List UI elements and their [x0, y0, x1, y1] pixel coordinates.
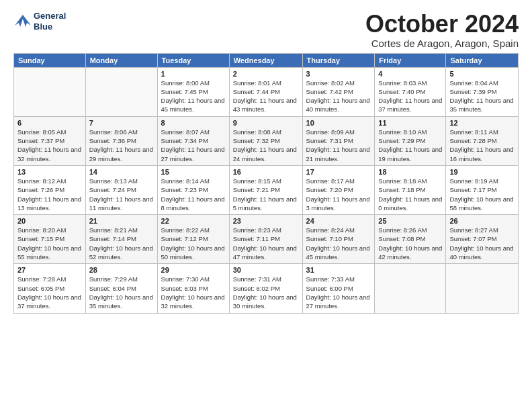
day-number: 1 [161, 70, 226, 78]
calendar-cell: 8Sunrise: 8:07 AM Sunset: 7:34 PM Daylig… [157, 116, 229, 165]
day-info: Sunrise: 8:12 AM Sunset: 7:26 PM Dayligh… [17, 177, 82, 212]
day-info: Sunrise: 8:04 AM Sunset: 7:39 PM Dayligh… [449, 79, 515, 114]
day-info: Sunrise: 8:00 AM Sunset: 7:45 PM Dayligh… [161, 79, 226, 114]
day-info: Sunrise: 8:22 AM Sunset: 7:12 PM Dayligh… [161, 226, 226, 261]
day-number: 24 [306, 217, 371, 225]
day-number: 12 [449, 119, 515, 127]
calendar-cell: 30Sunrise: 7:31 AM Sunset: 6:02 PM Dayli… [229, 264, 302, 313]
calendar-day-header: Saturday [446, 53, 519, 67]
day-info: Sunrise: 8:23 AM Sunset: 7:11 PM Dayligh… [233, 226, 299, 261]
day-info: Sunrise: 8:17 AM Sunset: 7:20 PM Dayligh… [306, 177, 371, 212]
calendar-cell: 17Sunrise: 8:17 AM Sunset: 7:20 PM Dayli… [302, 165, 375, 214]
day-number: 21 [89, 217, 154, 225]
calendar-cell: 15Sunrise: 8:14 AM Sunset: 7:23 PM Dayli… [157, 165, 229, 214]
day-number: 2 [233, 70, 299, 78]
calendar-cell: 18Sunrise: 8:18 AM Sunset: 7:18 PM Dayli… [375, 165, 446, 214]
day-number: 17 [306, 168, 371, 176]
logo: General Blue [13, 11, 66, 32]
day-number: 13 [17, 168, 82, 176]
page: General Blue October 2024 Cortes de Arag… [0, 0, 532, 411]
calendar-week-row: 1Sunrise: 8:00 AM Sunset: 7:45 PM Daylig… [14, 67, 519, 116]
day-info: Sunrise: 8:19 AM Sunset: 7:17 PM Dayligh… [449, 177, 515, 212]
calendar-cell: 5Sunrise: 8:04 AM Sunset: 7:39 PM Daylig… [446, 67, 519, 116]
day-number: 25 [378, 217, 442, 225]
calendar-cell: 19Sunrise: 8:19 AM Sunset: 7:17 PM Dayli… [446, 165, 519, 214]
day-info: Sunrise: 7:31 AM Sunset: 6:02 PM Dayligh… [233, 275, 299, 310]
calendar-cell [14, 67, 86, 116]
day-info: Sunrise: 8:13 AM Sunset: 7:24 PM Dayligh… [89, 177, 154, 212]
calendar-cell: 14Sunrise: 8:13 AM Sunset: 7:24 PM Dayli… [85, 165, 157, 214]
calendar-header-row: SundayMondayTuesdayWednesdayThursdayFrid… [14, 53, 519, 67]
day-number: 19 [449, 168, 515, 176]
day-info: Sunrise: 8:15 AM Sunset: 7:21 PM Dayligh… [233, 177, 299, 212]
calendar-cell: 27Sunrise: 7:28 AM Sunset: 6:05 PM Dayli… [14, 264, 86, 313]
day-number: 16 [233, 168, 299, 176]
day-info: Sunrise: 8:07 AM Sunset: 7:34 PM Dayligh… [161, 128, 226, 163]
day-info: Sunrise: 8:24 AM Sunset: 7:10 PM Dayligh… [306, 226, 371, 261]
calendar-cell: 13Sunrise: 8:12 AM Sunset: 7:26 PM Dayli… [14, 165, 86, 214]
calendar-cell: 11Sunrise: 8:10 AM Sunset: 7:29 PM Dayli… [375, 116, 446, 165]
calendar-week-row: 6Sunrise: 8:05 AM Sunset: 7:37 PM Daylig… [14, 116, 519, 165]
calendar-cell: 12Sunrise: 8:11 AM Sunset: 7:28 PM Dayli… [446, 116, 519, 165]
day-info: Sunrise: 8:20 AM Sunset: 7:15 PM Dayligh… [17, 226, 82, 261]
day-number: 26 [449, 217, 515, 225]
day-number: 29 [161, 266, 226, 274]
title-block: October 2024 Cortes de Aragon, Aragon, S… [365, 11, 519, 49]
day-number: 3 [306, 70, 371, 78]
day-number: 15 [161, 168, 226, 176]
calendar-cell: 26Sunrise: 8:27 AM Sunset: 7:07 PM Dayli… [446, 215, 519, 264]
header: General Blue October 2024 Cortes de Arag… [13, 11, 519, 49]
day-number: 8 [161, 119, 226, 127]
day-info: Sunrise: 8:11 AM Sunset: 7:28 PM Dayligh… [449, 128, 515, 163]
day-number: 27 [17, 266, 82, 274]
calendar-week-row: 20Sunrise: 8:20 AM Sunset: 7:15 PM Dayli… [14, 215, 519, 264]
day-info: Sunrise: 7:30 AM Sunset: 6:03 PM Dayligh… [161, 275, 226, 310]
day-number: 14 [89, 168, 154, 176]
day-number: 6 [17, 119, 82, 127]
calendar-day-header: Friday [375, 53, 446, 67]
calendar-cell: 25Sunrise: 8:26 AM Sunset: 7:08 PM Dayli… [375, 215, 446, 264]
day-info: Sunrise: 7:28 AM Sunset: 6:05 PM Dayligh… [17, 275, 82, 310]
calendar-week-row: 27Sunrise: 7:28 AM Sunset: 6:05 PM Dayli… [14, 264, 519, 313]
day-number: 22 [161, 217, 226, 225]
calendar-cell: 3Sunrise: 8:02 AM Sunset: 7:42 PM Daylig… [302, 67, 375, 116]
day-number: 4 [378, 70, 442, 78]
calendar-cell: 10Sunrise: 8:09 AM Sunset: 7:31 PM Dayli… [302, 116, 375, 165]
calendar-cell: 20Sunrise: 8:20 AM Sunset: 7:15 PM Dayli… [14, 215, 86, 264]
day-info: Sunrise: 8:26 AM Sunset: 7:08 PM Dayligh… [378, 226, 442, 261]
day-number: 7 [89, 119, 154, 127]
calendar-cell: 21Sunrise: 8:21 AM Sunset: 7:14 PM Dayli… [85, 215, 157, 264]
day-info: Sunrise: 8:18 AM Sunset: 7:18 PM Dayligh… [378, 177, 442, 212]
day-number: 10 [306, 119, 371, 127]
day-info: Sunrise: 7:33 AM Sunset: 6:00 PM Dayligh… [306, 275, 371, 310]
calendar-day-header: Wednesday [229, 53, 302, 67]
calendar-day-header: Sunday [14, 53, 86, 67]
logo-icon [13, 13, 32, 30]
calendar-cell: 9Sunrise: 8:08 AM Sunset: 7:32 PM Daylig… [229, 116, 302, 165]
day-info: Sunrise: 8:27 AM Sunset: 7:07 PM Dayligh… [449, 226, 515, 261]
day-number: 30 [233, 266, 299, 274]
day-info: Sunrise: 8:06 AM Sunset: 7:36 PM Dayligh… [89, 128, 154, 163]
calendar-cell [85, 67, 157, 116]
day-number: 23 [233, 217, 299, 225]
calendar-week-row: 13Sunrise: 8:12 AM Sunset: 7:26 PM Dayli… [14, 165, 519, 214]
calendar-cell: 22Sunrise: 8:22 AM Sunset: 7:12 PM Dayli… [157, 215, 229, 264]
day-info: Sunrise: 7:29 AM Sunset: 6:04 PM Dayligh… [89, 275, 154, 310]
day-number: 11 [378, 119, 442, 127]
calendar-cell: 4Sunrise: 8:03 AM Sunset: 7:40 PM Daylig… [375, 67, 446, 116]
logo-text: General Blue [34, 11, 66, 32]
month-title: October 2024 [365, 11, 519, 38]
calendar-cell: 1Sunrise: 8:00 AM Sunset: 7:45 PM Daylig… [157, 67, 229, 116]
day-info: Sunrise: 8:10 AM Sunset: 7:29 PM Dayligh… [378, 128, 442, 163]
calendar-cell: 6Sunrise: 8:05 AM Sunset: 7:37 PM Daylig… [14, 116, 86, 165]
calendar-cell: 7Sunrise: 8:06 AM Sunset: 7:36 PM Daylig… [85, 116, 157, 165]
day-number: 9 [233, 119, 299, 127]
location: Cortes de Aragon, Aragon, Spain [365, 38, 519, 49]
day-info: Sunrise: 8:09 AM Sunset: 7:31 PM Dayligh… [306, 128, 371, 163]
calendar-cell [446, 264, 519, 313]
calendar-cell: 29Sunrise: 7:30 AM Sunset: 6:03 PM Dayli… [157, 264, 229, 313]
day-number: 18 [378, 168, 442, 176]
day-number: 5 [449, 70, 515, 78]
calendar-cell [375, 264, 446, 313]
day-info: Sunrise: 8:02 AM Sunset: 7:42 PM Dayligh… [306, 79, 371, 114]
